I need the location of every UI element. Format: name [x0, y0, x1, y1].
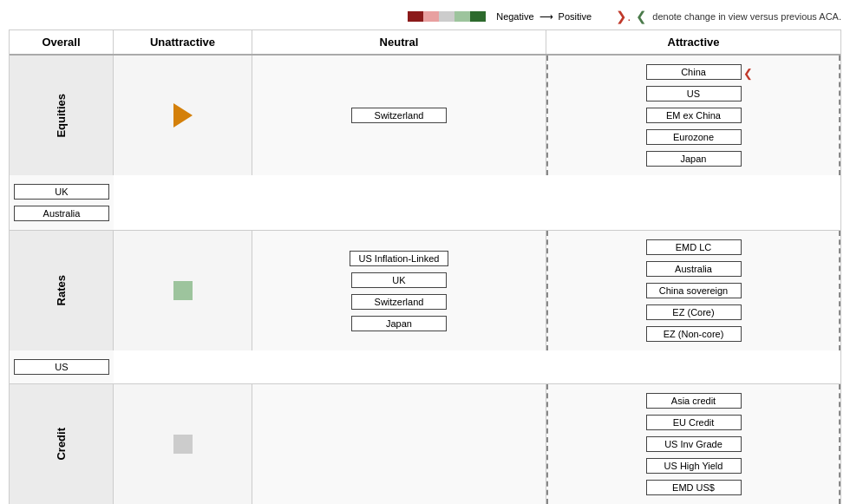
- rates-row: Rates US Inflation-Linked UK Switzerland…: [10, 231, 840, 384]
- credit-label-text: Credit: [55, 428, 68, 461]
- rates-label-text: Rates: [55, 275, 68, 305]
- equities-label: Equities: [10, 56, 114, 175]
- tag-us-rates: US: [14, 359, 109, 375]
- header-attractive: Attractive: [546, 30, 840, 54]
- tag-us-inflation-linked: US Inflation-Linked: [350, 251, 449, 266]
- equities-neutral-tags: China❮ US EM ex China Eurozone Japan: [646, 62, 742, 168]
- legend-negative-label: Negative: [496, 11, 533, 22]
- tag-switzerland-rates: Switzerland: [351, 294, 447, 310]
- change-icon-red: ❯.: [616, 9, 631, 24]
- header-overall: Overall: [10, 30, 114, 54]
- tag-eu-credit: EU Credit: [646, 415, 742, 430]
- equities-unattractive-tags: Switzerland: [351, 106, 447, 125]
- legend-darkred: [408, 11, 423, 22]
- legend-gray: [439, 11, 454, 22]
- tag-japan-equities: Japan: [646, 151, 742, 167]
- tag-uk-equities: UK: [14, 184, 109, 200]
- equities-neutral: China❮ US EM ex China Eurozone Japan: [546, 56, 840, 175]
- equities-unattractive: Switzerland: [252, 56, 546, 175]
- china-change-indicator: ❮: [743, 67, 753, 80]
- legend-lightred: [423, 11, 439, 22]
- rates-overall: [114, 231, 252, 350]
- tag-ez-noncore: EZ (Non-core): [646, 326, 742, 342]
- tag-us-inv-grade: US Inv Grade: [646, 436, 742, 452]
- rates-neutral-tags: EMD LC Australia China sovereign EZ (Cor…: [646, 238, 742, 344]
- tag-australia-rates: Australia: [646, 261, 742, 277]
- credit-label: Credit: [10, 384, 114, 504]
- tag-china-sovereign: China sovereign: [646, 283, 742, 298]
- legend-lightgreen: [454, 11, 470, 22]
- header-row: Overall Unattractive Neutral Attractive: [10, 30, 840, 56]
- change-icon-green: ❮: [636, 9, 647, 24]
- credit-row: Credit Asia credit EU Credit US Inv Grad…: [10, 384, 840, 504]
- rates-attractive-tags: US: [14, 357, 109, 376]
- tag-us-equities: US: [646, 86, 742, 101]
- tag-uk-rates: UK: [351, 272, 447, 288]
- rates-unattractive-tags: US Inflation-Linked UK Switzerland Japan: [350, 249, 449, 333]
- legend-arrow: ⟶: [539, 11, 553, 23]
- legend-darkgreen: [470, 11, 486, 22]
- legend-row: Negative ⟶ Positive ❯. ❮ denote change i…: [9, 9, 841, 24]
- tag-emd-lc: EMD LC: [646, 239, 742, 255]
- main-container: Overall Unattractive Neutral Attractive …: [9, 29, 841, 504]
- equities-label-text: Equities: [55, 94, 68, 138]
- tag-asia-credit: Asia credit: [646, 393, 742, 409]
- page-container: Negative ⟶ Positive ❯. ❮ denote change i…: [0, 0, 850, 504]
- change-note: denote change in view versus previous AC…: [652, 11, 841, 22]
- credit-unattractive: [252, 384, 546, 504]
- tag-emd-usd: EMD US$: [646, 480, 742, 495]
- rates-unattractive: US Inflation-Linked UK Switzerland Japan: [252, 231, 546, 350]
- equities-overall-indicator: [173, 103, 193, 128]
- equities-attractive-tags: UK Australia: [14, 182, 109, 223]
- tag-china: China❮: [646, 64, 742, 80]
- legend-positive-label: Positive: [559, 11, 592, 22]
- header-unattractive: Unattractive: [114, 30, 252, 54]
- rates-overall-indicator: [173, 281, 193, 300]
- rates-label: Rates: [10, 231, 114, 350]
- equities-attractive: UK Australia: [10, 175, 114, 230]
- rates-attractive: US: [10, 350, 114, 383]
- equities-overall: [114, 56, 252, 175]
- credit-overall: [114, 384, 252, 504]
- equities-row: Equities Switzerland China❮ US EM ex Chi…: [10, 56, 840, 231]
- credit-overall-indicator: [173, 435, 193, 454]
- credit-neutral-tags: Asia credit EU Credit US Inv Grade US Hi…: [646, 391, 742, 497]
- tag-japan-rates: Japan: [351, 316, 447, 331]
- tag-eurozone: Eurozone: [646, 129, 742, 145]
- tag-switzerland-equities: Switzerland: [351, 108, 447, 123]
- credit-neutral: Asia credit EU Credit US Inv Grade US Hi…: [546, 384, 840, 504]
- rates-neutral: EMD LC Australia China sovereign EZ (Cor…: [546, 231, 840, 350]
- tag-us-high-yield: US High Yield: [646, 458, 742, 474]
- tag-em-ex-china: EM ex China: [646, 108, 742, 123]
- color-scale: [408, 11, 486, 22]
- tag-ez-core: EZ (Core): [646, 304, 742, 320]
- header-neutral: Neutral: [252, 30, 546, 54]
- tag-australia-equities: Australia: [14, 206, 109, 221]
